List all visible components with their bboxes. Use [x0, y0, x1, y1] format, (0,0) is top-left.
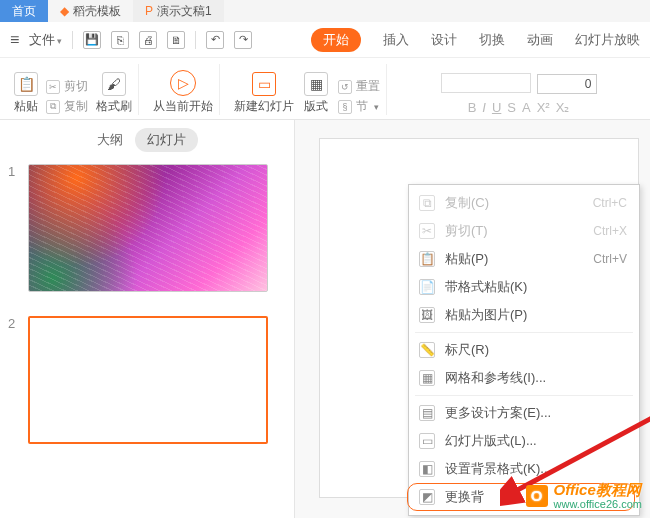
paste-format-icon: 📄 — [419, 279, 435, 295]
cut-label: 剪切 — [64, 78, 88, 95]
section-icon: § — [338, 100, 352, 114]
thumb-num-2: 2 — [8, 316, 20, 331]
change-bg-icon: ◩ — [419, 489, 435, 505]
font-a-button[interactable]: A — [522, 100, 531, 115]
cm-copy: ⧉ 复制(C) Ctrl+C — [409, 189, 639, 217]
cm-grid[interactable]: ▦ 网格和参考线(I)... — [409, 364, 639, 392]
format-painter-button[interactable]: 🖌 格式刷 — [96, 72, 132, 115]
ribbon-tab-slideshow[interactable]: 幻灯片放映 — [575, 31, 640, 49]
chevron-down-icon: ▾ — [57, 36, 62, 46]
template-icon: ◆ — [60, 4, 69, 18]
slide-panel: 大纲 幻灯片 1 2 — [0, 120, 295, 518]
cm-slide-layout-label: 幻灯片版式(L)... — [445, 432, 537, 450]
menu-icon[interactable]: ≡ — [10, 31, 19, 49]
brush-icon: 🖌 — [102, 72, 126, 96]
play-label: 从当前开始 — [153, 98, 213, 115]
cm-bg-format[interactable]: ◧ 设置背景格式(K)... — [409, 455, 639, 483]
play-from-current-button[interactable]: ▷ 从当前开始 — [153, 70, 213, 115]
cm-more-design-label: 更多设计方案(E)... — [445, 404, 551, 422]
cut-button[interactable]: ✂剪切 — [46, 78, 88, 95]
new-slide-button[interactable]: ▭ 新建幻灯片 — [234, 72, 294, 115]
ribbon-tab-transition[interactable]: 切换 — [479, 31, 505, 49]
bg-format-icon: ◧ — [419, 461, 435, 477]
reset-icon: ↺ — [338, 80, 352, 94]
thumbnails: 1 2 — [8, 164, 286, 444]
new-slide-label: 新建幻灯片 — [234, 98, 294, 115]
document-tabs: 首页 ◆ 稻壳模板 P 演示文稿1 — [0, 0, 650, 22]
file-menu[interactable]: 文件▾ — [29, 31, 62, 49]
cm-paste-image-label: 粘贴为图片(P) — [445, 306, 527, 324]
reset-button[interactable]: ↺重置 — [338, 78, 380, 95]
layout-icon: ▭ — [419, 433, 435, 449]
strike-button[interactable]: S — [507, 100, 516, 115]
ribbon-tab-start[interactable]: 开始 — [311, 28, 361, 52]
ribbon-tab-design[interactable]: 设计 — [431, 31, 457, 49]
ribbon-group-slides: ▭ 新建幻灯片 ▦ 版式 ↺重置 §节▾ — [228, 64, 387, 115]
cm-slide-layout[interactable]: ▭ 幻灯片版式(L)... — [409, 427, 639, 455]
italic-button[interactable]: I — [482, 100, 486, 115]
format-painter-label: 格式刷 — [96, 98, 132, 115]
context-menu: ⧉ 复制(C) Ctrl+C ✂ 剪切(T) Ctrl+X 📋 粘贴(P) Ct… — [408, 184, 640, 516]
slide-thumbnail-2[interactable] — [28, 316, 268, 444]
tab-template[interactable]: ◆ 稻壳模板 — [48, 0, 133, 22]
copy-icon: ⧉ — [419, 195, 435, 211]
subscript-button[interactable]: X₂ — [556, 100, 570, 115]
undo-icon[interactable]: ↶ — [206, 31, 224, 49]
copy-button[interactable]: ⧉复制 — [46, 98, 88, 115]
layout-label: 版式 — [304, 98, 328, 115]
cm-cut-shortcut: Ctrl+X — [593, 224, 627, 238]
copy-label: 复制 — [64, 98, 88, 115]
redo-icon[interactable]: ↷ — [234, 31, 252, 49]
cm-paste-shortcut: Ctrl+V — [593, 252, 627, 266]
cm-copy-label: 复制(C) — [445, 194, 489, 212]
cm-paste-label: 粘贴(P) — [445, 250, 488, 268]
save-icon[interactable]: 💾 — [83, 31, 101, 49]
thumb-row: 1 — [8, 164, 286, 292]
section-label: 节 — [356, 98, 368, 115]
panel-tab-outline[interactable]: 大纲 — [97, 131, 123, 149]
slide-small: ↺重置 §节▾ — [338, 78, 380, 115]
paste-icon: 📋 — [419, 251, 435, 267]
grid-icon: ▦ — [419, 370, 435, 386]
thumb-row: 2 — [8, 316, 286, 444]
paste-label: 粘贴 — [14, 98, 38, 115]
font-family-select[interactable] — [441, 73, 531, 93]
print-icon[interactable]: 🖨 — [139, 31, 157, 49]
ribbon-tab-animation[interactable]: 动画 — [527, 31, 553, 49]
tab-document[interactable]: P 演示文稿1 — [133, 0, 224, 22]
paste-icon: 📋 — [14, 72, 38, 96]
underline-button[interactable]: U — [492, 100, 501, 115]
cm-paste-format[interactable]: 📄 带格式粘贴(K) — [409, 273, 639, 301]
slide-thumbnail-1[interactable] — [28, 164, 268, 292]
tab-home[interactable]: 首页 — [0, 0, 48, 22]
print-preview-icon[interactable]: 🗎 — [167, 31, 185, 49]
cm-grid-label: 网格和参考线(I)... — [445, 369, 546, 387]
chevron-down-icon: ▾ — [374, 102, 379, 112]
ribbon: 📋 粘贴 ✂剪切 ⧉复制 🖌 格式刷 ▷ 从当前开始 ▭ 新建幻灯片 — [0, 58, 650, 120]
cut-icon: ✂ — [419, 223, 435, 239]
cm-more-design[interactable]: ▤ 更多设计方案(E)... — [409, 399, 639, 427]
divider — [195, 31, 196, 49]
panel-tab-slides[interactable]: 幻灯片 — [135, 128, 198, 152]
clipboard-small: ✂剪切 ⧉复制 — [46, 78, 88, 115]
logo-icon: O — [526, 485, 548, 507]
bold-button[interactable]: B — [468, 100, 477, 115]
font-size-input[interactable]: 0 — [537, 74, 597, 94]
section-button[interactable]: §节▾ — [338, 98, 380, 115]
cut-icon: ✂ — [46, 80, 60, 94]
ribbon-group-play: ▷ 从当前开始 — [147, 64, 220, 115]
paste-image-icon: 🖼 — [419, 307, 435, 323]
ribbon-tab-insert[interactable]: 插入 — [383, 31, 409, 49]
layout-icon: ▦ — [304, 72, 328, 96]
cm-paste-image[interactable]: 🖼 粘贴为图片(P) — [409, 301, 639, 329]
save-as-icon[interactable]: ⎘ — [111, 31, 129, 49]
layout-button[interactable]: ▦ 版式 — [304, 72, 328, 115]
font-format-icons: B I U S A X² X₂ — [468, 100, 570, 115]
play-icon: ▷ — [170, 70, 196, 96]
paste-button[interactable]: 📋 粘贴 — [14, 72, 38, 115]
cm-ruler[interactable]: 📏 标尺(R) — [409, 336, 639, 364]
superscript-button[interactable]: X² — [537, 100, 550, 115]
menu-separator — [415, 395, 633, 396]
cm-paste[interactable]: 📋 粘贴(P) Ctrl+V — [409, 245, 639, 273]
ribbon-tabs: 开始 插入 设计 切换 动画 幻灯片放映 — [311, 28, 640, 52]
